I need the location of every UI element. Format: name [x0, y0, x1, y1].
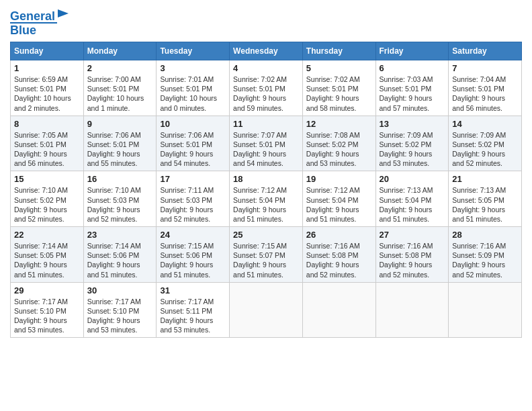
calendar-cell: 30Sunrise: 7:17 AMSunset: 5:10 PMDayligh… — [83, 282, 157, 338]
weekday-header-saturday: Saturday — [449, 42, 522, 60]
weekday-header-monday: Monday — [83, 42, 157, 60]
calendar-cell: 7Sunrise: 7:04 AMSunset: 5:01 PMDaylight… — [449, 60, 522, 116]
day-number: 23 — [87, 230, 153, 240]
day-info: Sunrise: 7:15 AMSunset: 5:07 PMDaylight:… — [233, 241, 299, 279]
calendar-cell: 14Sunrise: 7:09 AMSunset: 5:02 PMDayligh… — [449, 116, 522, 171]
day-info: Sunrise: 7:17 AMSunset: 5:11 PMDaylight:… — [160, 297, 226, 335]
day-number: 31 — [160, 285, 226, 295]
page: General Blue SundayMondayTuesdayWednesda… — [0, 0, 532, 411]
day-number: 8 — [14, 119, 80, 129]
day-info: Sunrise: 7:16 AMSunset: 5:08 PMDaylight:… — [306, 241, 372, 279]
day-info: Sunrise: 7:02 AMSunset: 5:01 PMDaylight:… — [233, 75, 299, 113]
day-info: Sunrise: 7:10 AMSunset: 5:02 PMDaylight:… — [14, 185, 80, 224]
calendar-cell: 24Sunrise: 7:15 AMSunset: 5:06 PMDayligh… — [157, 227, 230, 283]
day-info: Sunrise: 7:00 AMSunset: 5:01 PMDaylight:… — [87, 75, 153, 113]
calendar-cell: 23Sunrise: 7:14 AMSunset: 5:06 PMDayligh… — [83, 227, 157, 283]
week-row-1: 1Sunrise: 6:59 AMSunset: 5:01 PMDaylight… — [11, 60, 522, 116]
day-number: 3 — [160, 63, 226, 73]
logo: General Blue — [10, 7, 71, 36]
day-number: 9 — [87, 119, 153, 129]
calendar-cell: 10Sunrise: 7:06 AMSunset: 5:01 PMDayligh… — [157, 116, 230, 171]
day-number: 10 — [160, 119, 226, 129]
day-info: Sunrise: 7:03 AMSunset: 5:01 PMDaylight:… — [380, 75, 445, 113]
day-info: Sunrise: 7:09 AMSunset: 5:02 PMDaylight:… — [380, 130, 445, 169]
day-info: Sunrise: 7:06 AMSunset: 5:01 PMDaylight:… — [87, 130, 153, 169]
day-number: 7 — [452, 63, 518, 73]
day-info: Sunrise: 7:14 AMSunset: 5:06 PMDaylight:… — [87, 241, 153, 279]
calendar-cell: 8Sunrise: 7:05 AMSunset: 5:01 PMDaylight… — [11, 116, 84, 171]
calendar-cell: 25Sunrise: 7:15 AMSunset: 5:07 PMDayligh… — [230, 227, 303, 283]
calendar-cell — [230, 282, 303, 338]
day-info: Sunrise: 7:15 AMSunset: 5:06 PMDaylight:… — [160, 241, 226, 279]
day-number: 28 — [452, 230, 518, 240]
weekday-header-tuesday: Tuesday — [157, 42, 230, 60]
day-info: Sunrise: 7:17 AMSunset: 5:10 PMDaylight:… — [14, 297, 80, 335]
calendar-cell — [375, 282, 449, 338]
day-number: 6 — [380, 63, 445, 73]
calendar-cell: 29Sunrise: 7:17 AMSunset: 5:10 PMDayligh… — [11, 282, 84, 338]
calendar-cell: 19Sunrise: 7:12 AMSunset: 5:04 PMDayligh… — [302, 171, 375, 227]
calendar-cell: 31Sunrise: 7:17 AMSunset: 5:11 PMDayligh… — [157, 282, 230, 338]
logo-flag-icon — [56, 8, 71, 21]
day-number: 20 — [380, 174, 445, 184]
calendar-cell: 28Sunrise: 7:16 AMSunset: 5:09 PMDayligh… — [449, 227, 522, 283]
svg-marker-0 — [58, 9, 69, 17]
calendar-cell: 20Sunrise: 7:13 AMSunset: 5:04 PMDayligh… — [375, 171, 449, 227]
logo-text: General — [10, 10, 55, 22]
day-number: 24 — [160, 230, 226, 240]
day-number: 17 — [160, 174, 226, 184]
calendar-cell: 16Sunrise: 7:10 AMSunset: 5:03 PMDayligh… — [83, 171, 157, 227]
day-info: Sunrise: 7:11 AMSunset: 5:03 PMDaylight:… — [160, 185, 226, 224]
calendar-cell: 12Sunrise: 7:08 AMSunset: 5:02 PMDayligh… — [302, 116, 375, 171]
weekday-header-friday: Friday — [375, 42, 449, 60]
day-number: 15 — [14, 174, 80, 184]
header: General Blue — [10, 7, 522, 36]
calendar-cell: 3Sunrise: 7:01 AMSunset: 5:01 PMDaylight… — [157, 60, 230, 116]
day-info: Sunrise: 7:16 AMSunset: 5:08 PMDaylight:… — [380, 241, 445, 279]
day-number: 26 — [306, 230, 372, 240]
day-info: Sunrise: 7:16 AMSunset: 5:09 PMDaylight:… — [452, 241, 518, 279]
logo-blue: Blue — [10, 22, 57, 36]
week-row-5: 29Sunrise: 7:17 AMSunset: 5:10 PMDayligh… — [11, 282, 522, 338]
day-number: 29 — [14, 285, 80, 295]
day-info: Sunrise: 7:01 AMSunset: 5:01 PMDaylight:… — [160, 75, 226, 113]
weekday-header-sunday: Sunday — [11, 42, 84, 60]
logo-general: General — [10, 9, 55, 23]
day-number: 14 — [452, 119, 518, 129]
day-info: Sunrise: 7:09 AMSunset: 5:02 PMDaylight:… — [452, 130, 518, 169]
day-number: 19 — [306, 174, 372, 184]
calendar-cell: 15Sunrise: 7:10 AMSunset: 5:02 PMDayligh… — [11, 171, 84, 227]
day-number: 18 — [233, 174, 299, 184]
day-info: Sunrise: 6:59 AMSunset: 5:01 PMDaylight:… — [14, 75, 80, 113]
calendar-cell: 1Sunrise: 6:59 AMSunset: 5:01 PMDaylight… — [11, 60, 84, 116]
day-number: 2 — [87, 63, 153, 73]
calendar-cell — [449, 282, 522, 338]
weekday-header-row: SundayMondayTuesdayWednesdayThursdayFrid… — [11, 42, 522, 60]
calendar-cell — [302, 282, 375, 338]
day-info: Sunrise: 7:17 AMSunset: 5:10 PMDaylight:… — [87, 297, 153, 335]
calendar-cell: 11Sunrise: 7:07 AMSunset: 5:01 PMDayligh… — [230, 116, 303, 171]
weekday-header-thursday: Thursday — [302, 42, 375, 60]
day-info: Sunrise: 7:06 AMSunset: 5:01 PMDaylight:… — [160, 130, 226, 169]
day-number: 21 — [452, 174, 518, 184]
day-info: Sunrise: 7:10 AMSunset: 5:03 PMDaylight:… — [87, 185, 153, 224]
day-number: 1 — [14, 63, 80, 73]
week-row-2: 8Sunrise: 7:05 AMSunset: 5:01 PMDaylight… — [11, 116, 522, 171]
day-number: 5 — [306, 63, 372, 73]
calendar-cell: 5Sunrise: 7:02 AMSunset: 5:01 PMDaylight… — [302, 60, 375, 116]
calendar-cell: 9Sunrise: 7:06 AMSunset: 5:01 PMDaylight… — [83, 116, 157, 171]
day-info: Sunrise: 7:07 AMSunset: 5:01 PMDaylight:… — [233, 130, 299, 169]
calendar-cell: 27Sunrise: 7:16 AMSunset: 5:08 PMDayligh… — [375, 227, 449, 283]
day-info: Sunrise: 7:12 AMSunset: 5:04 PMDaylight:… — [233, 185, 299, 224]
weekday-header-wednesday: Wednesday — [230, 42, 303, 60]
calendar-cell: 6Sunrise: 7:03 AMSunset: 5:01 PMDaylight… — [375, 60, 449, 116]
calendar-cell: 21Sunrise: 7:13 AMSunset: 5:05 PMDayligh… — [449, 171, 522, 227]
day-number: 4 — [233, 63, 299, 73]
calendar-cell: 17Sunrise: 7:11 AMSunset: 5:03 PMDayligh… — [157, 171, 230, 227]
calendar-cell: 13Sunrise: 7:09 AMSunset: 5:02 PMDayligh… — [375, 116, 449, 171]
calendar-cell: 26Sunrise: 7:16 AMSunset: 5:08 PMDayligh… — [302, 227, 375, 283]
calendar-cell: 2Sunrise: 7:00 AMSunset: 5:01 PMDaylight… — [83, 60, 157, 116]
calendar-cell: 4Sunrise: 7:02 AMSunset: 5:01 PMDaylight… — [230, 60, 303, 116]
day-info: Sunrise: 7:13 AMSunset: 5:05 PMDaylight:… — [452, 185, 518, 224]
day-info: Sunrise: 7:08 AMSunset: 5:02 PMDaylight:… — [306, 130, 372, 169]
